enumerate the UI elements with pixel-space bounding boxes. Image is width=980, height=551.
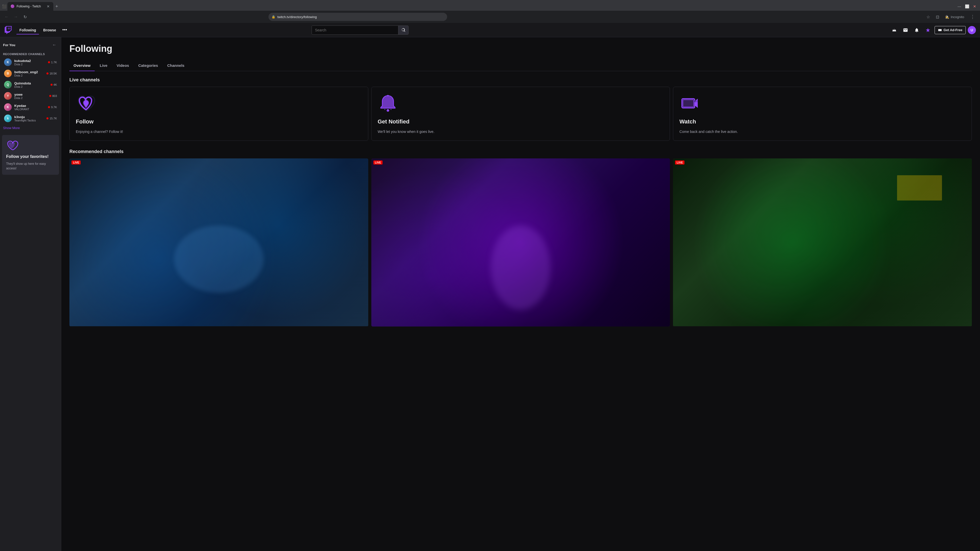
tab-favicon: 🟣 xyxy=(11,4,14,8)
browser-window: ⬛ 🟣 Following - Twitch ✕ + — ⬜ ✕ ← → ↻ 🔒… xyxy=(0,0,980,23)
watch-card-icon xyxy=(679,93,966,114)
viewer-count: 15.7K xyxy=(49,117,57,120)
live-dot xyxy=(46,118,48,119)
svg-rect-0 xyxy=(938,29,942,31)
channel-info-k3soju: k3soju Teamfight Tactics xyxy=(14,115,44,122)
address-input[interactable] xyxy=(277,15,444,19)
prime-button[interactable] xyxy=(890,25,899,35)
sidebar-item-yowe[interactable]: Y yowe Dota 2 803 xyxy=(1,91,60,101)
sidebar-item-kyedae[interactable]: K Kyedae VALORANT 9.7K xyxy=(1,102,60,113)
promo-title: Follow your favorites! xyxy=(6,154,55,159)
recommended-channel-card-3[interactable]: LIVE xyxy=(673,159,972,327)
incognito-icon: 🕵 xyxy=(945,15,949,19)
svg-point-4 xyxy=(390,109,391,110)
recommended-channel-card-1[interactable]: LIVE xyxy=(69,159,368,327)
notifications-button[interactable] xyxy=(912,25,921,35)
thumb-image-1 xyxy=(69,159,368,326)
channel-info-yowe: yowe Dota 2 xyxy=(14,93,47,100)
tab-close-button[interactable]: ✕ xyxy=(46,4,50,8)
nav-following-button[interactable]: Following xyxy=(16,26,39,34)
channel-avatar-yowe: Y xyxy=(4,92,12,100)
inbox-button[interactable] xyxy=(901,25,910,35)
search-input[interactable] xyxy=(312,28,398,32)
channel-info-quinndota: Quinndota Dota 2 xyxy=(14,81,48,88)
toolbar-actions: ☆ ⊡ 🕵 Incognito ⋮ xyxy=(924,13,977,21)
get-notified-card-icon xyxy=(378,93,664,114)
channel-avatar-quinndota: Q xyxy=(4,81,12,89)
tab-categories[interactable]: Categories xyxy=(134,60,162,71)
crown-button[interactable] xyxy=(923,25,932,35)
twitch-app: Following Browse ••• xyxy=(0,23,980,551)
channel-game-betboom: Dota 2 xyxy=(14,74,44,77)
new-tab-button[interactable]: + xyxy=(53,3,60,10)
svg-point-3 xyxy=(384,109,385,110)
browser-tab-icon: ⬛ xyxy=(2,4,6,8)
refresh-button[interactable]: ↻ xyxy=(21,13,29,21)
search-icon xyxy=(401,28,406,32)
channel-game-kyedae: VALORANT xyxy=(14,108,45,111)
follow-card-description: Enjoying a channel? Follow it! xyxy=(76,129,362,135)
header-search[interactable] xyxy=(312,25,409,35)
recommended-channels-label: RECOMMENDED CHANNELS xyxy=(0,51,61,57)
sidebar-item-quinndota[interactable]: Q Quinndota Dota 2 4K xyxy=(1,79,60,90)
back-button[interactable]: ← xyxy=(3,13,10,21)
live-dot xyxy=(51,84,52,86)
channel-avatar-kyedae: K xyxy=(4,103,12,111)
channel-game-quinndota: Dota 2 xyxy=(14,85,48,88)
channel-thumbnail-1: LIVE xyxy=(69,159,368,326)
viewer-count: 9.7K xyxy=(51,106,57,109)
tab-title: Following - Twitch xyxy=(17,5,44,8)
recommended-channels-section-title: Recommended channels xyxy=(69,149,972,154)
close-button[interactable]: ✕ xyxy=(971,3,978,10)
tab-videos[interactable]: Videos xyxy=(113,60,133,71)
sidebar-item-k3soju[interactable]: k k3soju Teamfight Tactics 15.7K xyxy=(1,113,60,124)
channel-name-k3soju: k3soju xyxy=(14,115,44,119)
tab-channels[interactable]: Channels xyxy=(163,60,189,71)
twitch-logo-icon[interactable] xyxy=(4,26,12,34)
live-badge-1: LIVE xyxy=(72,160,81,165)
tab-overview[interactable]: Overview xyxy=(69,60,95,71)
sidebar-section-title: For You xyxy=(3,43,15,47)
user-avatar[interactable]: U xyxy=(968,26,976,34)
channel-avatar-k3soju: k xyxy=(4,114,12,122)
channel-game-k3soju: Teamfight Tactics xyxy=(14,119,44,122)
tab-live[interactable]: Live xyxy=(96,60,111,71)
lock-icon: 🔒 xyxy=(272,15,275,19)
nav-browse-button[interactable]: Browse xyxy=(40,26,59,34)
recommended-channel-card-2[interactable]: LIVE xyxy=(371,159,670,327)
page-tabs: Overview Live Videos Categories Channels xyxy=(69,60,972,71)
get-ad-free-button[interactable]: Get Ad-Free xyxy=(935,26,966,34)
minimize-button[interactable]: — xyxy=(956,3,963,10)
maximize-button[interactable]: ⬜ xyxy=(964,3,970,10)
header-nav: Following Browse ••• xyxy=(16,25,69,35)
window-controls: — ⬜ ✕ xyxy=(956,3,978,10)
channel-thumbnail-3: LIVE xyxy=(673,159,972,326)
nav-more-button[interactable]: ••• xyxy=(60,25,69,35)
browser-menu-button[interactable]: ⋮ xyxy=(968,13,977,21)
address-bar[interactable]: 🔒 xyxy=(269,13,447,21)
live-channels-section-title: Live channels xyxy=(69,77,972,83)
active-tab[interactable]: 🟣 Following - Twitch ✕ xyxy=(7,2,53,11)
search-button[interactable] xyxy=(398,25,408,35)
show-more-button[interactable]: Show More xyxy=(0,124,61,132)
channel-avatar-betboom: B xyxy=(4,70,12,77)
inbox-icon xyxy=(903,27,908,33)
thumb-image-2 xyxy=(371,159,670,327)
sidebar-collapse-button[interactable]: ← xyxy=(51,41,58,48)
incognito-button[interactable]: 🕵 Incognito xyxy=(943,14,966,20)
live-dot xyxy=(48,106,50,108)
promo-description: They'll show up here for easy access! xyxy=(6,162,55,171)
svg-rect-6 xyxy=(683,100,694,107)
sidebar-header: For You ← xyxy=(0,37,61,51)
sidebar-item-kukudota2[interactable]: K kukudota2 Dota 2 1.7K xyxy=(1,57,60,68)
sidebar-item-betboom-eng2[interactable]: B betboom_eng2 Dota 2 18.5K xyxy=(1,68,60,79)
page-title: Following xyxy=(69,43,972,54)
channel-name-kukudota2: kukudota2 xyxy=(14,59,45,63)
extensions-button[interactable]: ⊡ xyxy=(934,13,941,21)
forward-button[interactable]: → xyxy=(12,13,19,21)
channel-viewers-yowe: 803 xyxy=(49,94,57,97)
watch-info-card: Watch Come back and catch the live actio… xyxy=(673,87,972,141)
channel-viewers-kukudota2: 1.7K xyxy=(48,61,57,64)
bookmark-star-button[interactable]: ☆ xyxy=(924,13,932,21)
promo-heart-icon xyxy=(6,139,55,152)
